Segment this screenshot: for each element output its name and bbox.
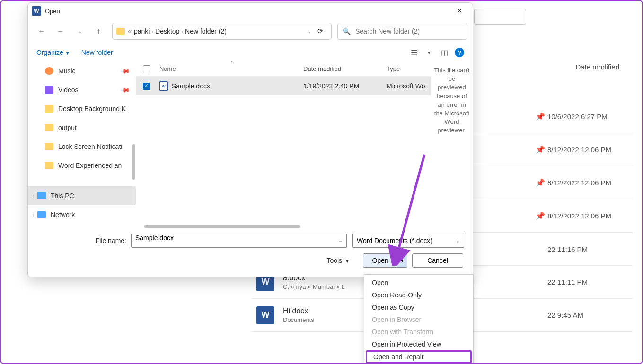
pc-icon bbox=[37, 192, 46, 199]
menu-open-protected[interactable]: Open in Protected View bbox=[364, 338, 473, 350]
open-dropdown-menu: Open Open Read-Only Open as Copy Open in… bbox=[364, 274, 474, 364]
row-checkbox[interactable] bbox=[143, 83, 150, 90]
recent-dropdown[interactable]: ⌄ bbox=[71, 23, 88, 39]
sidebar-item-music[interactable]: Music📌 bbox=[28, 61, 136, 80]
forward-button[interactable]: → bbox=[53, 23, 69, 39]
folder-icon bbox=[116, 28, 125, 35]
help-icon[interactable]: ? bbox=[455, 48, 464, 57]
menu-open-repair[interactable]: Open and Repair bbox=[366, 350, 472, 364]
preview-pane: This file can't be previewed because of … bbox=[431, 61, 473, 228]
scrollbar[interactable] bbox=[132, 144, 135, 180]
sidebar-item-folder[interactable]: Desktop Background K bbox=[28, 99, 136, 118]
file-list: Name⌃ Date modified Type Sample.docx 1/1… bbox=[136, 61, 431, 228]
back-button[interactable]: ← bbox=[34, 23, 50, 39]
folder-icon bbox=[45, 162, 53, 169]
sidebar-item-thispc[interactable]: ›This PC bbox=[28, 186, 136, 205]
cancel-button[interactable]: Cancel bbox=[412, 253, 463, 268]
preview-pane-toggle[interactable]: ◫ bbox=[440, 48, 449, 57]
search-box[interactable]: 🔍 bbox=[337, 23, 467, 40]
sidebar-item-folder[interactable]: Lock Screen Notificati bbox=[28, 137, 136, 156]
address-bar[interactable]: « panki › Desktop › New folder (2) ⌄ ⟳ bbox=[112, 23, 332, 40]
file-name-input[interactable]: Sample.docx⌄ bbox=[131, 234, 347, 248]
file-name-label: File name: bbox=[36, 237, 131, 244]
chevron-down-icon[interactable]: ⌄ bbox=[456, 238, 460, 244]
dialog-toolbar: Organize▼ New folder ☰ ▼ ◫ ? bbox=[28, 43, 473, 61]
tools-menu[interactable]: Tools▼ bbox=[326, 257, 350, 264]
up-button[interactable]: ↑ bbox=[90, 23, 106, 39]
pin-icon: 📌 bbox=[120, 66, 131, 76]
music-icon bbox=[45, 67, 53, 75]
select-all-checkbox[interactable] bbox=[143, 65, 150, 72]
chevron-right-icon: › bbox=[181, 28, 183, 34]
pin-icon: 📌 bbox=[120, 85, 131, 95]
chevron-down-icon[interactable]: ⌄ bbox=[338, 237, 343, 243]
word-file-icon bbox=[256, 306, 274, 324]
dialog-nav: ← → ⌄ ↑ « panki › Desktop › New folder (… bbox=[28, 19, 473, 43]
menu-open[interactable]: Open bbox=[364, 277, 473, 289]
organize-menu[interactable]: Organize▼ bbox=[36, 49, 70, 56]
sidebar-item-network[interactable]: ›Network bbox=[28, 205, 136, 224]
word-doc-icon bbox=[159, 81, 168, 91]
menu-open-readonly[interactable]: Open Read-Only bbox=[364, 289, 473, 301]
view-list-icon[interactable]: ☰ bbox=[409, 48, 419, 57]
open-button[interactable]: Open bbox=[363, 254, 397, 267]
folder-icon bbox=[45, 143, 53, 150]
dialog-title: Open bbox=[45, 8, 60, 15]
sidebar-item-folder[interactable]: output bbox=[28, 118, 136, 137]
sort-asc-icon: ⌃ bbox=[230, 61, 234, 66]
pin-icon[interactable]: 📌 bbox=[533, 112, 547, 121]
folder-icon bbox=[45, 105, 53, 113]
pin-icon[interactable]: 📌 bbox=[533, 211, 547, 220]
word-app-icon: W bbox=[32, 6, 41, 16]
chevron-right-icon: › bbox=[33, 212, 35, 217]
dialog-titlebar: W Open ✕ bbox=[28, 3, 473, 19]
col-date[interactable]: Date modified bbox=[303, 65, 387, 72]
sidebar: Music📌 Videos📌 Desktop Background K outp… bbox=[28, 61, 136, 228]
videos-icon bbox=[45, 86, 53, 94]
folder-icon bbox=[45, 124, 53, 131]
new-folder-button[interactable]: New folder bbox=[81, 49, 113, 56]
open-dialog: W Open ✕ ← → ⌄ ↑ « panki › Desktop › New… bbox=[27, 2, 473, 277]
open-split-button: Open ▼ bbox=[363, 253, 407, 268]
crumb[interactable]: Desktop bbox=[155, 27, 179, 35]
menu-open-transform: Open with Transform bbox=[364, 326, 473, 338]
chevron-right-icon: › bbox=[151, 28, 153, 34]
refresh-button[interactable]: ⟳ bbox=[314, 27, 327, 35]
menu-open-browser: Open in Browser bbox=[364, 313, 473, 326]
sidebar-item-folder[interactable]: Word Experienced an bbox=[28, 156, 136, 175]
bg-search[interactable] bbox=[474, 9, 526, 25]
search-icon: 🔍 bbox=[343, 27, 351, 35]
file-type-filter[interactable]: Word Documents (*.docx)⌄ bbox=[352, 234, 464, 248]
file-row[interactable]: Sample.docx 1/19/2023 2:40 PM Microsoft … bbox=[136, 77, 431, 95]
col-name[interactable]: Name⌃ bbox=[157, 65, 303, 72]
bg-col-date: Date modified bbox=[575, 63, 619, 71]
network-icon bbox=[37, 211, 46, 218]
crumb[interactable]: panki bbox=[134, 27, 150, 35]
open-dropdown-button[interactable]: ▼ bbox=[397, 254, 407, 267]
pin-icon[interactable]: 📌 bbox=[533, 178, 547, 187]
address-dropdown[interactable]: ⌄ bbox=[304, 28, 314, 35]
pin-icon[interactable]: 📌 bbox=[533, 145, 547, 154]
close-button[interactable]: ✕ bbox=[450, 4, 469, 18]
search-input[interactable] bbox=[355, 27, 462, 35]
view-dropdown-icon[interactable]: ▼ bbox=[424, 48, 434, 57]
horizontal-scrollbar[interactable] bbox=[144, 225, 300, 228]
col-type[interactable]: Type bbox=[387, 65, 431, 72]
chevron-right-icon: › bbox=[33, 193, 35, 199]
crumb[interactable]: New folder (2) bbox=[185, 27, 227, 35]
sidebar-item-videos[interactable]: Videos📌 bbox=[28, 80, 136, 99]
menu-open-copy[interactable]: Open as Copy bbox=[364, 301, 473, 313]
